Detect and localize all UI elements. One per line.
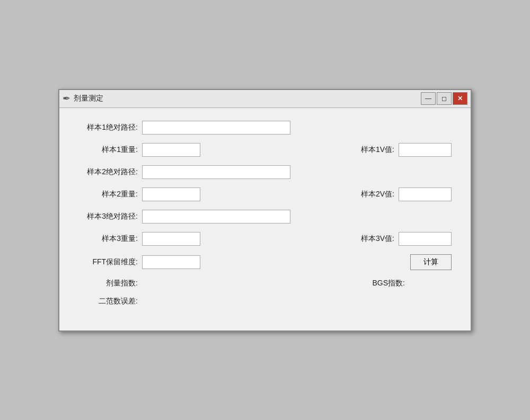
sample1-v-input[interactable] [399, 143, 452, 157]
window-controls: — ◻ ✕ [421, 92, 467, 105]
maximize-button[interactable]: ◻ [437, 92, 452, 105]
sample1-weight-label: 样本1重量: [78, 145, 142, 155]
dose-index-row: 剂量指数: BGS指数: [78, 279, 452, 288]
sample2-weight-row: 样本2重量: 样本2V值: [78, 187, 452, 201]
titlebar-left: ✒ 剂量测定 [63, 93, 103, 104]
fft-label: FFT保留维度: [78, 257, 142, 267]
sample3-path-input[interactable] [142, 210, 290, 224]
sample3-weight-input[interactable] [142, 232, 200, 246]
dose-index-label: 剂量指数: [78, 279, 142, 288]
sample3-v-label: 样本3V值: [346, 234, 399, 244]
sample3-path-row: 样本3绝对路径: [78, 210, 452, 224]
app-icon: ✒ [63, 93, 70, 104]
sample1-path-label: 样本1绝对路径: [78, 123, 142, 132]
sample3-path-label: 样本3绝对路径: [78, 212, 142, 221]
norm2-row: 二范数误差: [78, 297, 452, 306]
bgs-index-group: BGS指数: [356, 279, 452, 288]
sample2-v-label: 样本2V值: [346, 190, 399, 199]
sample3-weight-label: 样本3重量: [78, 234, 142, 244]
fft-input[interactable] [142, 255, 200, 269]
sample2-weight-label: 样本2重量: [78, 190, 142, 199]
form-content: 样本1绝对路径: 样本1重量: 样本1V值: 样本2绝对路径: 样本2重量: 样… [59, 108, 471, 330]
sample1-v-label: 样本1V值: [346, 145, 399, 155]
sample2-v-group: 样本2V值: [346, 187, 452, 201]
sample3-v-input[interactable] [399, 232, 452, 246]
sample3-weight-row: 样本3重量: 样本3V值: [78, 232, 452, 246]
sample1-path-input[interactable] [142, 121, 290, 135]
sample1-weight-row: 样本1重量: 样本1V值: [78, 143, 452, 157]
titlebar: ✒ 剂量测定 — ◻ ✕ [59, 90, 471, 108]
minimize-button[interactable]: — [421, 92, 436, 105]
close-button[interactable]: ✕ [453, 92, 467, 105]
sample2-path-input[interactable] [142, 165, 290, 179]
calc-group: 计算 [410, 254, 452, 270]
calc-button[interactable]: 计算 [410, 254, 452, 270]
sample2-v-input[interactable] [399, 187, 452, 201]
sample1-path-row: 样本1绝对路径: [78, 121, 452, 135]
main-window: ✒ 剂量测定 — ◻ ✕ 样本1绝对路径: 样本1重量: 样本1V值: 样本2绝… [58, 89, 472, 332]
sample2-weight-input[interactable] [142, 187, 200, 201]
sample3-v-group: 样本3V值: [346, 232, 452, 246]
norm2-label: 二范数误差: [78, 297, 142, 306]
sample1-weight-input[interactable] [142, 143, 200, 157]
window-title: 剂量测定 [74, 94, 103, 103]
sample2-path-label: 样本2绝对路径: [78, 167, 142, 177]
fft-row: FFT保留维度: 计算 [78, 254, 452, 270]
sample1-v-group: 样本1V值: [346, 143, 452, 157]
sample2-path-row: 样本2绝对路径: [78, 165, 452, 179]
bgs-index-label: BGS指数: [356, 279, 409, 288]
